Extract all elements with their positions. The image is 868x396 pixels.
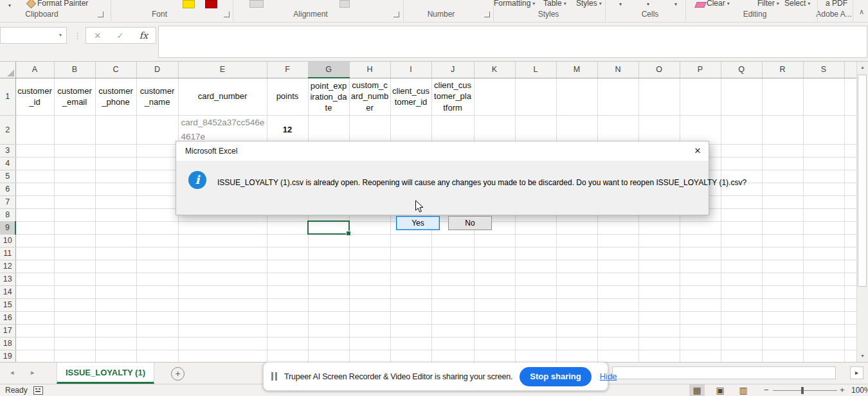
row-header-8[interactable]: 8 — [0, 208, 15, 221]
cell-K19[interactable] — [474, 350, 515, 363]
cell-H2[interactable] — [349, 115, 390, 144]
conditional-formatting-button[interactable]: Formatting — [494, 0, 535, 8]
cell-R3[interactable] — [762, 144, 803, 157]
zoom-slider-track[interactable] — [773, 390, 837, 391]
cell-C1[interactable]: customer_phone — [95, 78, 136, 115]
hide-link[interactable]: Hide — [600, 372, 617, 381]
formula-bar-input[interactable] — [158, 26, 867, 58]
cell-J17[interactable] — [431, 324, 474, 337]
stop-sharing-button[interactable]: Stop sharing — [520, 367, 591, 386]
cell-F9[interactable] — [267, 221, 308, 234]
row-header-5[interactable]: 5 — [0, 170, 15, 183]
cell-D8[interactable] — [136, 208, 178, 221]
cell-J12[interactable] — [431, 260, 474, 273]
cell-O19[interactable] — [638, 350, 680, 363]
zoom-out-button[interactable]: − — [764, 385, 769, 395]
cell-S10[interactable] — [803, 234, 844, 247]
number-dialog-launcher[interactable] — [484, 12, 490, 17]
alignment-dialog-launcher[interactable] — [393, 12, 399, 17]
cell-R11[interactable] — [762, 247, 803, 260]
insert-function-icon[interactable]: fx — [140, 30, 148, 40]
cell-M17[interactable] — [556, 324, 597, 337]
cell-F14[interactable] — [267, 285, 308, 298]
cell-D18[interactable] — [136, 337, 178, 350]
cell-clipped-9[interactable] — [844, 221, 856, 234]
row-header-4[interactable]: 4 — [0, 157, 15, 170]
select-all-corner[interactable] — [0, 62, 15, 78]
cell-F10[interactable] — [267, 234, 308, 247]
cell-B16[interactable] — [54, 311, 95, 324]
row-header-16[interactable]: 16 — [0, 311, 15, 324]
cell-K10[interactable] — [474, 234, 515, 247]
cell-E9[interactable] — [178, 221, 267, 234]
cell-J11[interactable] — [431, 247, 474, 260]
cell-S8[interactable] — [803, 208, 844, 221]
column-header-H[interactable]: H — [349, 62, 390, 78]
row-header-2[interactable]: 2 — [0, 115, 15, 144]
filter-button[interactable]: Filter — [757, 0, 779, 8]
cell-Q19[interactable] — [721, 350, 762, 363]
cell-clipped-19[interactable] — [844, 350, 856, 363]
column-header-F[interactable]: F — [267, 62, 308, 78]
cell-S4[interactable] — [803, 157, 844, 170]
cell-D4[interactable] — [136, 157, 178, 170]
cell-clipped-18[interactable] — [844, 337, 856, 350]
cell-B3[interactable] — [54, 144, 95, 157]
cell-P1[interactable] — [680, 78, 721, 115]
cell-N13[interactable] — [597, 273, 638, 285]
cell-G15[interactable] — [308, 298, 349, 311]
cell-P10[interactable] — [680, 234, 721, 247]
cell-Q3[interactable] — [721, 144, 762, 157]
cell-C14[interactable] — [95, 285, 136, 298]
cell-M1[interactable] — [556, 78, 597, 115]
cell-H13[interactable] — [349, 273, 390, 285]
cell-B9[interactable] — [54, 221, 95, 234]
cell-R16[interactable] — [762, 311, 803, 324]
cell-R18[interactable] — [762, 337, 803, 350]
cell-C6[interactable] — [95, 183, 136, 195]
cell-L2[interactable] — [515, 115, 556, 144]
cell-L16[interactable] — [515, 311, 556, 324]
yes-button[interactable]: Yes — [396, 216, 440, 230]
font-dialog-launcher[interactable] — [224, 12, 230, 17]
scroll-down-icon[interactable]: ▾ — [857, 350, 868, 362]
cell-M13[interactable] — [556, 273, 597, 285]
cell-M11[interactable] — [556, 247, 597, 260]
cell-C16[interactable] — [95, 311, 136, 324]
cell-L18[interactable] — [515, 337, 556, 350]
cell-J18[interactable] — [431, 337, 474, 350]
cell-S7[interactable] — [803, 195, 844, 208]
cell-J2[interactable] — [431, 115, 474, 144]
cell-R10[interactable] — [762, 234, 803, 247]
row-header-3[interactable]: 3 — [0, 144, 15, 157]
cell-O15[interactable] — [638, 298, 680, 311]
cell-I12[interactable] — [390, 260, 431, 273]
cell-O13[interactable] — [638, 273, 680, 285]
cell-K12[interactable] — [474, 260, 515, 273]
cell-F15[interactable] — [267, 298, 308, 311]
cell-A14[interactable] — [15, 285, 54, 298]
cell-J15[interactable] — [431, 298, 474, 311]
cell-J16[interactable] — [431, 311, 474, 324]
cell-E10[interactable] — [178, 234, 267, 247]
cell-E18[interactable] — [178, 337, 267, 350]
cell-K14[interactable] — [474, 285, 515, 298]
cell-C17[interactable] — [95, 324, 136, 337]
cell-L9[interactable] — [515, 221, 556, 234]
cell-clipped-15[interactable] — [844, 298, 856, 311]
cell-Q8[interactable] — [721, 208, 762, 221]
row-header-9[interactable]: 9 — [0, 221, 15, 234]
cell-A15[interactable] — [15, 298, 54, 311]
cell-B1[interactable]: customer_email — [54, 78, 95, 115]
cell-I10[interactable] — [390, 234, 431, 247]
cell-D16[interactable] — [136, 311, 178, 324]
cell-clipped-1[interactable] — [844, 78, 856, 115]
cell-B8[interactable] — [54, 208, 95, 221]
dialog-close-icon[interactable]: ✕ — [687, 141, 709, 161]
cell-clipped-10[interactable] — [844, 234, 856, 247]
cell-C7[interactable] — [95, 195, 136, 208]
cell-M9[interactable] — [556, 221, 597, 234]
cell-H10[interactable] — [349, 234, 390, 247]
cell-G17[interactable] — [308, 324, 349, 337]
cell-M12[interactable] — [556, 260, 597, 273]
